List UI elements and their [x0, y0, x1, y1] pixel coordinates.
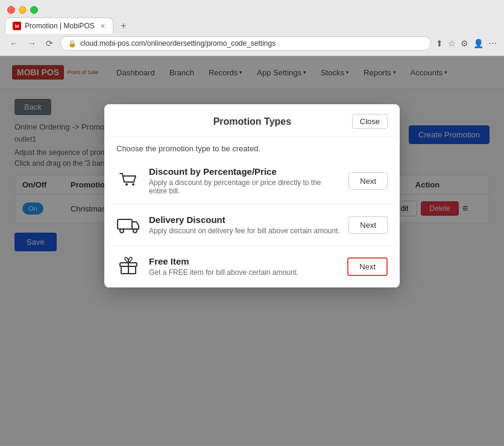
- discount-icon: [116, 169, 140, 193]
- address-bar-actions: ⬆ ☆ ⚙ 👤 ⋯: [436, 39, 497, 48]
- promo-freeitem-info: Free Item Get a FREE item for bill above…: [149, 256, 339, 277]
- fullscreen-window-button[interactable]: [30, 6, 38, 14]
- url-bar[interactable]: 🔒 cloud.mobi-pos.com/onlineordersetting/…: [60, 36, 431, 51]
- tab-close-button[interactable]: ✕: [100, 22, 106, 30]
- svg-point-4: [133, 229, 137, 233]
- minimize-window-button[interactable]: [19, 6, 27, 14]
- bookmark-icon[interactable]: ☆: [448, 39, 456, 48]
- promo-discount-info: Discount by Percentage/Price Apply a dis…: [149, 166, 340, 195]
- share-icon[interactable]: ⬆: [436, 39, 443, 48]
- modal-header: Promotion Types Close: [104, 104, 400, 137]
- promo-discount-desc: Apply a discount by percentage or price …: [149, 178, 340, 195]
- address-bar: ← → ⟳ 🔒 cloud.mobi-pos.com/onlineorderse…: [0, 34, 504, 55]
- delivery-icon: [116, 213, 140, 237]
- promo-type-discount-row: Discount by Percentage/Price Apply a dis…: [104, 158, 400, 204]
- new-tab-button[interactable]: +: [116, 18, 131, 34]
- promo-type-freeitem-row: Free Item Get a FREE item for bill above…: [104, 246, 400, 287]
- url-text: cloud.mobi-pos.com/onlineordersetting/pr…: [80, 39, 276, 48]
- back-nav-button[interactable]: ←: [7, 37, 20, 49]
- close-window-button[interactable]: [7, 6, 15, 14]
- promo-delivery-info: Delivery Discount Apply discount on deli…: [149, 215, 340, 235]
- freeitem-icon: [116, 254, 140, 278]
- promo-delivery-name: Delivery Discount: [149, 215, 340, 225]
- modal-close-button[interactable]: Close: [352, 114, 388, 129]
- modal-subtitle: Choose the promotion type to be created.: [104, 137, 400, 158]
- discount-next-button[interactable]: Next: [348, 172, 388, 190]
- tab-favicon: M: [13, 22, 21, 30]
- profile-icon[interactable]: 👤: [473, 39, 484, 48]
- promo-freeitem-name: Free Item: [149, 256, 339, 266]
- svg-rect-2: [118, 219, 132, 229]
- promo-type-delivery-row: Delivery Discount Apply discount on deli…: [104, 204, 400, 246]
- promo-freeitem-desc: Get a FREE item for bill above certain a…: [149, 268, 339, 277]
- promotion-types-modal: Promotion Types Close Choose the promoti…: [104, 104, 400, 287]
- menu-icon[interactable]: ⋯: [488, 39, 497, 48]
- modal-title: Promotion Types: [153, 116, 352, 127]
- app-wrapper: MOBI POS Point of Sale Dashboard Branch …: [0, 56, 504, 446]
- browser-chrome: M Promotion | MobiPOS ✕ + ← → ⟳ 🔒 cloud.…: [0, 0, 504, 56]
- extensions-icon[interactable]: ⚙: [461, 39, 468, 48]
- tab-bar: M Promotion | MobiPOS ✕ +: [0, 17, 504, 34]
- svg-point-3: [120, 229, 124, 233]
- freeitem-next-button[interactable]: Next: [347, 257, 388, 276]
- svg-point-0: [125, 183, 128, 186]
- promo-discount-name: Discount by Percentage/Price: [149, 166, 340, 177]
- promo-delivery-desc: Apply discount on delivery fee for bill …: [149, 227, 340, 235]
- reload-button[interactable]: ⟳: [43, 37, 55, 49]
- forward-nav-button[interactable]: →: [25, 37, 39, 49]
- svg-point-1: [132, 183, 134, 186]
- tab-title: Promotion | MobiPOS: [25, 22, 95, 30]
- delivery-next-button[interactable]: Next: [348, 216, 388, 234]
- lock-icon: 🔒: [68, 40, 77, 48]
- active-tab[interactable]: M Promotion | MobiPOS ✕: [5, 17, 113, 34]
